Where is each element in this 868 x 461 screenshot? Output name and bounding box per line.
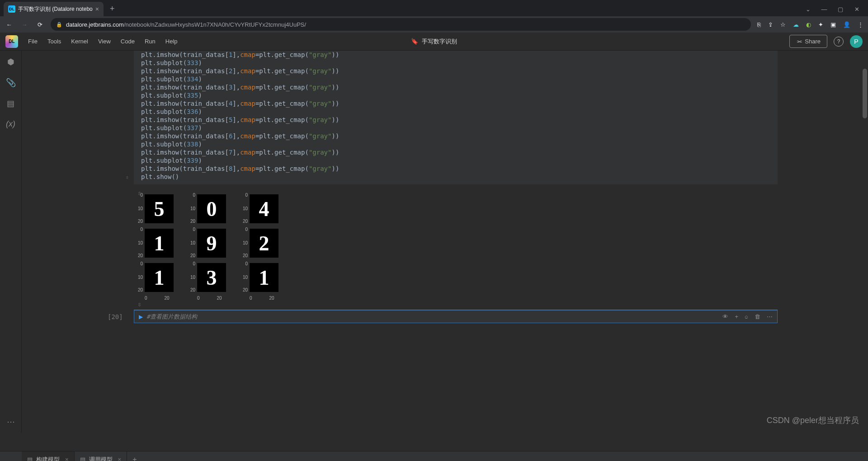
watermark-text: CSDN @peler想当程序员 <box>767 415 859 426</box>
digit-image: 1 <box>145 263 174 292</box>
new-tab-button[interactable]: + <box>110 4 115 14</box>
maximize-icon[interactable]: ▢ <box>837 6 844 13</box>
subplot: 010209 <box>186 227 239 261</box>
digit-image: 1 <box>250 263 278 292</box>
cell-handle-icon[interactable]: ⇳ <box>126 174 129 182</box>
bookmark-icon[interactable]: 🔖 <box>411 38 418 45</box>
menu-view[interactable]: View <box>98 38 111 45</box>
digit-image: 9 <box>197 229 226 258</box>
browser-titlebar: DL 手写数字识别 (Datalore notebo × + ⌄ ― ▢ ✕ <box>0 0 868 16</box>
output-handle-icon[interactable]: ⇳ <box>137 302 142 308</box>
sidepanel-icon[interactable]: ▣ <box>830 21 836 28</box>
window-controls: ⌄ ― ▢ ✕ <box>805 6 868 13</box>
digit-image: 2 <box>250 229 278 258</box>
avatar[interactable]: P <box>850 35 863 48</box>
subplot: 010205 <box>134 193 186 227</box>
tab-title: 手写数字识别 (Datalore notebo <box>18 5 93 13</box>
more-icon[interactable]: ⋯ <box>767 313 773 320</box>
translate-icon[interactable]: ⎘ <box>757 21 761 28</box>
app-menubar: DL FileToolsKernelViewCodeRunHelp 🔖 手写数字… <box>0 33 868 51</box>
tab-close-icon[interactable]: × <box>65 456 69 461</box>
tab-close-icon[interactable]: × <box>95 5 99 13</box>
subplot: 010201 <box>134 227 186 261</box>
left-rail: ⬢ 📎 ▤ (x) ⋯ <box>0 51 22 433</box>
close-icon[interactable]: ✕ <box>854 6 860 13</box>
share-icon: ⫘ <box>796 38 802 45</box>
attachment-icon[interactable]: 📎 <box>6 78 16 88</box>
add-sheet-button[interactable]: + <box>127 456 142 461</box>
scrollbar-vertical[interactable] <box>862 51 868 433</box>
code-content[interactable]: plt.imshow(train_datas[1],cmap=plt.get_c… <box>141 51 770 181</box>
extensions-icon[interactable]: ✦ <box>818 21 823 28</box>
subplot: 010203 <box>186 261 239 296</box>
menu-code[interactable]: Code <box>121 38 135 45</box>
digit-image: 5 <box>145 194 174 223</box>
menu-kernel[interactable]: Kernel <box>71 38 88 45</box>
lock-icon: 🔒 <box>56 22 62 28</box>
visibility-icon[interactable]: 👁 <box>722 313 728 320</box>
cell-prompt: [20] <box>108 313 123 320</box>
sheet-icon: ▤ <box>27 456 33 461</box>
reload-button[interactable]: ⟳ <box>35 21 44 28</box>
sheet-tabs: ▤ 构建模型 × ▤ 调用模型 × + <box>0 451 868 461</box>
cell-output: ⇳ 01020501020001020401020101020901020201… <box>134 193 778 301</box>
digit-image: 3 <box>197 263 226 292</box>
menu-help[interactable]: Help <box>165 38 178 45</box>
menu-file[interactable]: File <box>28 38 38 45</box>
share-icon[interactable]: ⇪ <box>768 21 773 28</box>
profile-icon[interactable]: 👤 <box>843 21 850 28</box>
subplot: 010201 <box>134 261 186 296</box>
subplot: 010200 <box>186 193 239 227</box>
code-comment[interactable]: #查看图片数据结构 <box>146 313 197 321</box>
outline-icon[interactable]: ▤ <box>7 99 14 108</box>
notebook-area: plt.imshow(train_datas[1],cmap=plt.get_c… <box>22 51 868 433</box>
subplot: 010204 <box>239 193 291 227</box>
extension-icon[interactable]: ◐ <box>806 21 811 28</box>
share-button[interactable]: ⫘ Share <box>789 35 827 48</box>
address-bar[interactable]: 🔒 datalore.jetbrains.com/notebook/nZadxu… <box>51 18 751 31</box>
python-icon[interactable]: ⎐ <box>745 313 748 320</box>
notebook-title[interactable]: 手写数字识别 <box>422 38 457 46</box>
delete-icon[interactable]: 🗑 <box>755 313 760 320</box>
sheet-tab-active[interactable]: ▤ 构建模型 × <box>22 452 75 461</box>
subplot: 010202 <box>239 227 291 261</box>
favicon-icon: DL <box>8 5 15 13</box>
chevron-down-icon[interactable]: ⌄ <box>805 6 811 13</box>
extension-icon[interactable]: ☁ <box>793 21 799 28</box>
tab-close-icon[interactable]: × <box>118 456 122 461</box>
more-icon[interactable]: ⋯ <box>7 417 15 427</box>
sheet-tab[interactable]: ▤ 调用模型 × <box>75 452 127 461</box>
sheet-icon: ▤ <box>80 456 85 461</box>
bookmark-star-icon[interactable]: ☆ <box>780 21 786 28</box>
forward-button[interactable]: → <box>20 21 29 28</box>
menu-icon[interactable]: ⋮ <box>858 21 863 28</box>
datalore-logo-icon[interactable]: DL <box>5 35 18 48</box>
cube-icon[interactable]: ⬢ <box>7 57 14 67</box>
back-button[interactable]: ← <box>5 21 14 28</box>
variables-icon[interactable]: (x) <box>6 119 15 129</box>
browser-toolbar: ← → ⟳ 🔒 datalore.jetbrains.com/notebook/… <box>0 16 868 33</box>
code-cell[interactable]: plt.imshow(train_datas[1],cmap=plt.get_c… <box>134 51 778 184</box>
menu-tools[interactable]: Tools <box>47 38 61 45</box>
browser-tab[interactable]: DL 手写数字识别 (Datalore notebo × <box>4 2 104 16</box>
digit-image: 4 <box>250 194 278 223</box>
digit-image: 0 <box>197 194 226 223</box>
url-text: datalore.jetbrains.com/notebook/nZadxuwH… <box>66 21 306 28</box>
digit-image: 1 <box>145 229 174 258</box>
add-icon[interactable]: + <box>735 313 738 320</box>
help-icon[interactable]: ? <box>834 37 844 47</box>
subplot: 010201 <box>239 261 291 296</box>
run-cell-icon[interactable]: ▶ <box>139 314 143 320</box>
code-cell-active[interactable]: ▶ #查看图片数据结构 👁 + ⎐ 🗑 ⋯ <box>134 310 778 323</box>
minimize-icon[interactable]: ― <box>821 6 827 13</box>
menu-run[interactable]: Run <box>145 38 156 45</box>
